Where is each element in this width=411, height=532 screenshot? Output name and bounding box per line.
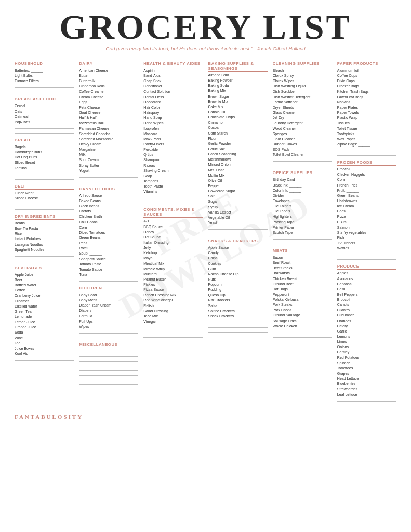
- section-breakfast: BREAKFAST FOOD: [15, 97, 74, 102]
- section-meats: MEATS: [273, 248, 332, 254]
- blank-line: [15, 202, 74, 205]
- blank-line: [15, 177, 74, 180]
- blank-line: [208, 325, 268, 328]
- blank-line: [79, 368, 138, 371]
- blank-line: [79, 330, 138, 334]
- section-miscellaneous: MISCELLANEOUS: [79, 342, 138, 348]
- column-3: HEALTH & BEAUTY AIDES Aspirin Band-Aids …: [141, 61, 205, 408]
- blank-line: [273, 330, 332, 333]
- section-deli: DELI: [15, 184, 74, 190]
- section-snacks: SNACKS & CRACKERS: [208, 238, 268, 244]
- page: FREEDOWNLOAD GROCERY LIST God gives ever…: [0, 0, 411, 532]
- blank-line: [79, 363, 138, 366]
- brand-footer: FANTABULOSITY: [15, 414, 396, 420]
- column-1: HOUSEHOLD Batteries: ______ Light Bulbs …: [15, 61, 76, 408]
- section-bread: BREAD: [15, 138, 74, 143]
- blank-line: [15, 89, 74, 92]
- section-canned: CANNED FOODS: [79, 187, 138, 192]
- blank-line: [15, 207, 74, 210]
- blank-line: [79, 373, 138, 376]
- blank-line: [79, 382, 138, 385]
- blank-line: [15, 254, 74, 257]
- section-dry-ingredients: DRY INGREDIENTS: [15, 214, 74, 220]
- blank-line: [15, 130, 74, 134]
- blank-line: [79, 335, 138, 338]
- blank-line: [143, 325, 203, 328]
- section-frozen: FROZEN FOODS: [337, 160, 396, 166]
- section-produce: PRODUCE: [337, 264, 396, 270]
- blank-line: [208, 231, 268, 234]
- blank-line: [273, 241, 332, 244]
- blank-line: [143, 339, 203, 342]
- section-office: OFFICE SUPPLIES: [273, 170, 332, 176]
- section-baking: BAKING SUPPLIES & SEASONINGS: [208, 61, 268, 72]
- blank-line: [15, 85, 74, 88]
- blank-line: [337, 153, 396, 156]
- title: GROCERY LIST: [15, 9, 396, 45]
- section-beverages: BEVERAGES: [15, 265, 74, 271]
- blank-line: [143, 335, 203, 338]
- section-condiments: CONDIMENTS, MIXES & SAUCES: [143, 207, 203, 218]
- section-household: HOUSEHOLD: [15, 61, 74, 67]
- blank-line: [79, 358, 138, 362]
- blank-line: [79, 175, 138, 178]
- title-divider: [15, 57, 396, 57]
- blank-line: [15, 126, 74, 129]
- blank-line: [79, 377, 138, 380]
- blank-line: [79, 278, 138, 282]
- blank-line: [273, 335, 332, 338]
- blank-line: [208, 334, 268, 337]
- blank-line: [143, 330, 203, 333]
- section-health-beauty: HEALTH & BEAUTY AIDES: [143, 61, 203, 67]
- blank-line: [79, 179, 138, 182]
- blank-line: [337, 252, 396, 255]
- footer-divider: [15, 408, 396, 408]
- blank-line: [143, 200, 203, 203]
- blank-line: [337, 398, 396, 402]
- blank-line: [15, 172, 74, 175]
- section-paper: PAPER PRODUCTS: [337, 61, 396, 67]
- blank-line: [208, 227, 268, 230]
- blank-line: [337, 403, 396, 406]
- blank-line: [273, 158, 332, 162]
- column-5: CLEANING SUPPLIES Bleach Clorox Spray Cl…: [270, 61, 335, 408]
- blank-line: [15, 362, 74, 365]
- content-columns: HOUSEHOLD Batteries: ______ Light Bulbs …: [15, 61, 396, 408]
- blank-line: [337, 257, 396, 260]
- blank-line: [79, 349, 138, 352]
- blank-line: [15, 258, 74, 261]
- section-children: CHILDREN: [79, 286, 138, 291]
- blank-line: [15, 357, 74, 361]
- blank-line: [273, 236, 332, 240]
- column-2: DAIRY American Cheese Butter Buttermilk …: [76, 61, 141, 408]
- column-6: PAPER PRODUCTS Aluminum foil Coffee Cups…: [335, 61, 396, 408]
- blank-line: [273, 163, 332, 166]
- column-4: BAKING SUPPLIES & SEASONINGS Almond Bark…: [206, 61, 270, 408]
- blank-line: [143, 344, 203, 347]
- blank-line: [143, 195, 203, 198]
- section-cleaning: CLEANING SUPPLIES: [273, 61, 332, 67]
- section-dairy: DAIRY: [79, 61, 138, 67]
- blank-line: [79, 354, 138, 357]
- blank-line: [208, 329, 268, 332]
- blank-line: [337, 148, 396, 151]
- blank-line: [208, 320, 268, 323]
